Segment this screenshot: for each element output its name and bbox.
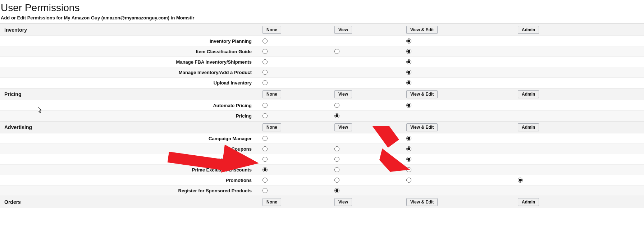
radio-none[interactable] xyxy=(262,70,268,75)
radio-view[interactable] xyxy=(334,49,339,54)
radio-none[interactable] xyxy=(262,136,268,141)
radio-vedit[interactable] xyxy=(406,146,411,151)
radio-view[interactable] xyxy=(334,178,339,183)
col-header-none-button[interactable]: None xyxy=(262,198,281,206)
permissions-table: InventoryNoneViewView & EditAdminInvento… xyxy=(0,24,644,208)
section-header: OrdersNoneViewView & EditAdmin xyxy=(0,196,644,208)
col-header-admin-button[interactable]: Admin xyxy=(518,90,539,98)
permission-label: Coupons xyxy=(0,146,255,152)
col-header-vedit-button[interactable]: View & Edit xyxy=(406,123,438,131)
permission-label: Pricing xyxy=(0,113,255,119)
permission-row: Automate Pricing xyxy=(0,100,644,111)
permission-label: Manage FBA Inventory/Shipments xyxy=(0,59,255,65)
radio-none[interactable] xyxy=(262,103,268,108)
permission-row: Upload Inventory xyxy=(0,78,644,88)
col-header-admin-button[interactable]: Admin xyxy=(518,198,539,206)
col-header-vedit-button[interactable]: View & Edit xyxy=(406,26,438,34)
radio-vedit[interactable] xyxy=(406,38,411,43)
radio-none[interactable] xyxy=(262,49,268,54)
permission-label: Item Classification Guide xyxy=(0,49,255,54)
permission-label: Prime Exclusive Discounts xyxy=(0,167,255,173)
permission-row: Register for Sponsored Products xyxy=(0,186,644,196)
radio-vedit[interactable] xyxy=(406,59,411,64)
permission-row: Early Reviewer Program xyxy=(0,154,644,165)
radio-none[interactable] xyxy=(262,113,268,118)
permission-row: Inventory Planning xyxy=(0,36,644,46)
col-header-vedit-button[interactable]: View & Edit xyxy=(406,198,438,206)
radio-view[interactable] xyxy=(334,188,339,193)
permission-label: Upload Inventory xyxy=(0,80,255,86)
col-header-view-button[interactable]: View xyxy=(334,123,352,131)
radio-none[interactable] xyxy=(262,188,268,193)
radio-vedit[interactable] xyxy=(406,70,411,75)
permission-row: Prime Exclusive Discounts xyxy=(0,165,644,175)
radio-vedit[interactable] xyxy=(406,178,411,183)
section-header: PricingNoneViewView & EditAdmin xyxy=(0,88,644,100)
permission-label: Register for Sponsored Products xyxy=(0,188,255,193)
col-header-none-button[interactable]: None xyxy=(262,26,281,34)
radio-view[interactable] xyxy=(334,167,339,172)
radio-none[interactable] xyxy=(262,157,268,162)
permission-label: Manage Inventory/Add a Product xyxy=(0,70,255,75)
radio-none[interactable] xyxy=(262,38,268,43)
permission-row: Campaign Manager xyxy=(0,133,644,144)
radio-view[interactable] xyxy=(334,146,339,151)
col-header-none-button[interactable]: None xyxy=(262,123,281,131)
page-title: User Permissions xyxy=(0,0,644,14)
section-name: Orders xyxy=(0,199,255,205)
col-header-view-button[interactable]: View xyxy=(334,90,352,98)
permission-row: Pricing xyxy=(0,111,644,121)
permission-row: Manage Inventory/Add a Product xyxy=(0,67,644,78)
radio-vedit[interactable] xyxy=(406,157,411,162)
col-header-admin-button[interactable]: Admin xyxy=(518,26,539,34)
permission-label: Early Reviewer Program xyxy=(0,157,255,162)
radio-none[interactable] xyxy=(262,59,268,64)
radio-view[interactable] xyxy=(334,103,339,108)
permission-row: Item Classification Guide xyxy=(0,46,644,57)
radio-none[interactable] xyxy=(262,80,268,85)
col-header-view-button[interactable]: View xyxy=(334,198,352,206)
section-name: Inventory xyxy=(0,27,255,33)
section-name: Advertising xyxy=(0,124,255,130)
section-header: InventoryNoneViewView & EditAdmin xyxy=(0,24,644,36)
col-header-view-button[interactable]: View xyxy=(334,26,352,34)
permission-row: Manage FBA Inventory/Shipments xyxy=(0,57,644,67)
radio-vedit[interactable] xyxy=(406,167,411,172)
col-header-admin-button[interactable]: Admin xyxy=(518,123,539,131)
radio-vedit[interactable] xyxy=(406,103,411,108)
radio-admin[interactable] xyxy=(518,178,523,183)
section-name: Pricing xyxy=(0,91,255,97)
radio-vedit[interactable] xyxy=(406,136,411,141)
radio-vedit[interactable] xyxy=(406,49,411,54)
col-header-vedit-button[interactable]: View & Edit xyxy=(406,90,438,98)
radio-vedit[interactable] xyxy=(406,80,411,85)
permission-row: Promotions xyxy=(0,175,644,186)
radio-none[interactable] xyxy=(262,167,268,172)
permission-label: Campaign Manager xyxy=(0,136,255,141)
radio-view[interactable] xyxy=(334,113,339,118)
permission-label: Automate Pricing xyxy=(0,103,255,108)
section-header: AdvertisingNoneViewView & EditAdmin xyxy=(0,121,644,133)
permission-label: Promotions xyxy=(0,178,255,183)
permission-row: Coupons xyxy=(0,144,644,154)
col-header-none-button[interactable]: None xyxy=(262,90,281,98)
permission-label: Inventory Planning xyxy=(0,38,255,44)
radio-view[interactable] xyxy=(334,157,339,162)
radio-none[interactable] xyxy=(262,146,268,151)
page-subtitle: Add or Edit Permissions for My Amazon Gu… xyxy=(0,14,644,24)
radio-none[interactable] xyxy=(262,178,268,183)
